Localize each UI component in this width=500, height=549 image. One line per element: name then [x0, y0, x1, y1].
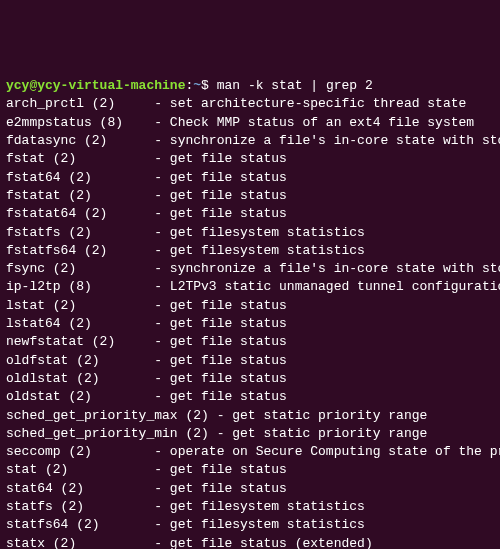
man-entry-name: fsync (2) [6, 260, 154, 278]
separator: - [154, 150, 170, 168]
man-entry-desc: get filesystem statistics [170, 224, 365, 242]
man-entry-desc: Check MMP status of an ext4 file system [170, 114, 474, 132]
separator: - [154, 443, 170, 461]
man-entry-desc: get filesystem statistics [170, 498, 365, 516]
output-line: fstat64 (2) - get file status [6, 169, 494, 187]
separator: - [154, 205, 170, 223]
separator: - [154, 388, 170, 406]
output-line: stat (2) - get file status [6, 461, 494, 479]
man-entry-desc: get file status [170, 187, 287, 205]
output-line: fstatfs (2) - get filesystem statistics [6, 224, 494, 242]
output-line: statx (2) - get file status (extended) [6, 535, 494, 549]
separator: - [217, 407, 233, 425]
separator: - [154, 95, 170, 113]
output-line: lstat64 (2) - get file status [6, 315, 494, 333]
man-entry-name: sched_get_priority_max (2) [6, 407, 217, 425]
separator: - [154, 535, 170, 549]
man-entry-name: fstatat (2) [6, 187, 154, 205]
output-line: stat64 (2) - get file status [6, 480, 494, 498]
man-entry-name: newfstatat (2) [6, 333, 154, 351]
output-line: statfs (2) - get filesystem statistics [6, 498, 494, 516]
man-entry-name: fstat64 (2) [6, 169, 154, 187]
separator: - [154, 461, 170, 479]
separator: - [154, 333, 170, 351]
output-line: fdatasync (2) - synchronize a file's in-… [6, 132, 494, 150]
output-line: oldlstat (2) - get file status [6, 370, 494, 388]
man-entry-name: sched_get_priority_min (2) [6, 425, 217, 443]
man-entry-name: ip-l2tp (8) [6, 278, 154, 296]
separator: - [154, 370, 170, 388]
man-entry-desc: get file status [170, 352, 287, 370]
man-entry-name: fstatfs (2) [6, 224, 154, 242]
output-line: newfstatat (2) - get file status [6, 333, 494, 351]
man-entry-desc: get file status [170, 388, 287, 406]
man-entry-desc: set architecture-specific thread state [170, 95, 466, 113]
man-entry-name: fstatfs64 (2) [6, 242, 154, 260]
man-entry-desc: get filesystem statistics [170, 516, 365, 534]
output-line: fstatfs64 (2) - get filesystem statistic… [6, 242, 494, 260]
output-line: sched_get_priority_min (2) - get static … [6, 425, 494, 443]
separator: - [217, 425, 233, 443]
man-entry-desc: get file status [170, 297, 287, 315]
man-entry-name: e2mmpstatus (8) [6, 114, 154, 132]
man-entry-desc: get file status [170, 370, 287, 388]
man-entry-desc: get file status [170, 333, 287, 351]
prompt-path: ~ [193, 78, 201, 93]
output-line: sched_get_priority_max (2) - get static … [6, 407, 494, 425]
output-line: oldstat (2) - get file status [6, 388, 494, 406]
man-entry-name: lstat (2) [6, 297, 154, 315]
man-entry-desc: synchronize a file's in-core state with … [170, 132, 500, 150]
man-entry-desc: L2TPv3 static unmanaged tunnel configura… [170, 278, 500, 296]
man-entry-desc: synchronize a file's in-core state with … [170, 260, 500, 278]
output-line: fstat (2) - get file status [6, 150, 494, 168]
man-entry-desc: operate on Secure Computing state of the… [170, 443, 500, 461]
separator: - [154, 132, 170, 150]
separator: - [154, 498, 170, 516]
output-line: lstat (2) - get file status [6, 297, 494, 315]
man-entry-name: statx (2) [6, 535, 154, 549]
man-entry-name: oldlstat (2) [6, 370, 154, 388]
man-entry-name: arch_prctl (2) [6, 95, 154, 113]
man-entry-desc: get file status [170, 461, 287, 479]
separator: - [154, 224, 170, 242]
separator: - [154, 169, 170, 187]
man-entry-name: oldfstat (2) [6, 352, 154, 370]
separator: - [154, 516, 170, 534]
man-entry-name: statfs (2) [6, 498, 154, 516]
output-line: fstatat64 (2) - get file status [6, 205, 494, 223]
man-entry-desc: get file status [170, 480, 287, 498]
man-entry-name: fstat (2) [6, 150, 154, 168]
output-line: e2mmpstatus (8) - Check MMP status of an… [6, 114, 494, 132]
separator: - [154, 187, 170, 205]
output-line: arch_prctl (2) - set architecture-specif… [6, 95, 494, 113]
separator: - [154, 278, 170, 296]
man-entry-desc: get file status (extended) [170, 535, 373, 549]
man-entry-name: fdatasync (2) [6, 132, 154, 150]
output-line: fstatat (2) - get file status [6, 187, 494, 205]
prompt-dollar: $ [201, 78, 217, 93]
output-line: fsync (2) - synchronize a file's in-core… [6, 260, 494, 278]
separator: - [154, 260, 170, 278]
separator: - [154, 352, 170, 370]
separator: - [154, 297, 170, 315]
output-line: seccomp (2) - operate on Secure Computin… [6, 443, 494, 461]
man-entry-name: stat (2) [6, 461, 154, 479]
man-entry-name: lstat64 (2) [6, 315, 154, 333]
terminal-output[interactable]: ycy@ycy-virtual-machine:~$ man -k stat |… [6, 77, 494, 549]
separator: - [154, 480, 170, 498]
man-entry-desc: get file status [170, 205, 287, 223]
man-entry-desc: get static priority range [232, 425, 427, 443]
command-text: man -k stat | grep 2 [217, 78, 373, 93]
man-entry-name: seccomp (2) [6, 443, 154, 461]
man-entry-desc: get file status [170, 150, 287, 168]
output-line: oldfstat (2) - get file status [6, 352, 494, 370]
man-entry-desc: get file status [170, 315, 287, 333]
man-entry-name: statfs64 (2) [6, 516, 154, 534]
output-line: statfs64 (2) - get filesystem statistics [6, 516, 494, 534]
separator: - [154, 315, 170, 333]
man-entry-desc: get filesystem statistics [170, 242, 365, 260]
man-entry-name: stat64 (2) [6, 480, 154, 498]
man-entry-desc: get static priority range [232, 407, 427, 425]
separator: - [154, 114, 170, 132]
man-entry-desc: get file status [170, 169, 287, 187]
